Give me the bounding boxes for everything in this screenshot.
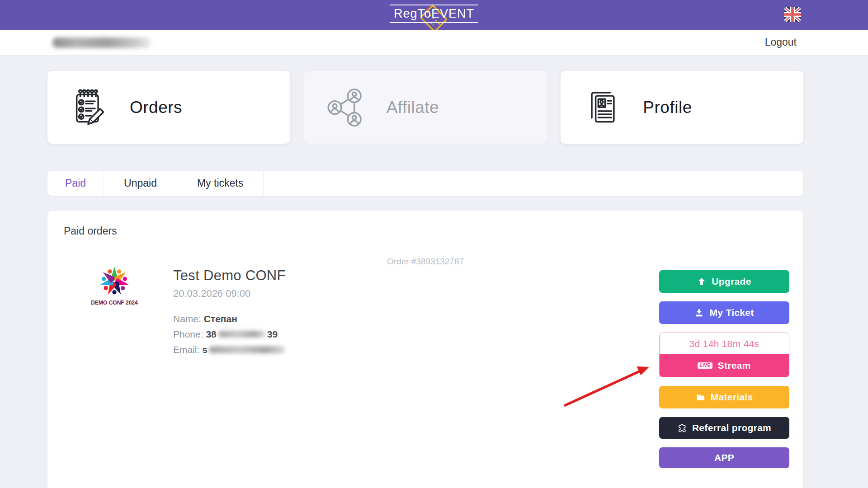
nav-card-orders[interactable]: Orders — [47, 71, 290, 144]
referral-label: Referral program — [692, 422, 771, 433]
event-logo-caption: DEMO CONF 2024 — [91, 300, 138, 306]
attendee-details: Name: Степан Phone: 3839 Email: s — [173, 311, 286, 357]
divider — [47, 251, 803, 251]
orders-tabs: Paid Unpaid My tickets — [47, 171, 803, 196]
materials-label: Materials — [711, 392, 753, 403]
live-badge-icon: LIVE — [698, 362, 712, 369]
nav-card-label: Profile — [643, 98, 692, 117]
paid-orders-panel: Paid orders Order #3893132787 DEMO CONF … — [47, 211, 803, 488]
event-info: Test Demo CONF 20.03.2026 09:00 Name: Ст… — [173, 267, 286, 357]
tab-my-tickets[interactable]: My tickets — [177, 171, 264, 196]
orders-checklist-icon — [68, 87, 110, 128]
upgrade-button[interactable]: Upgrade — [659, 270, 789, 293]
attendee-phone-row: Phone: 3839 — [173, 327, 286, 342]
event-datetime: 20.03.2026 09:00 — [173, 288, 286, 300]
nav-card-affiliate[interactable]: Affilate — [304, 71, 547, 144]
upgrade-label: Upgrade — [712, 276, 751, 287]
tab-paid[interactable]: Paid — [47, 171, 104, 196]
phone-redacted — [218, 331, 265, 338]
app-header: RegToEVENT — [0, 0, 868, 30]
email-redacted — [209, 346, 285, 353]
arrow-up-icon — [697, 277, 706, 286]
attendee-email-row: Email: s — [173, 342, 286, 357]
app-logo[interactable]: RegToEVENT — [390, 5, 478, 23]
app-label: APP — [714, 452, 734, 463]
puzzle-icon — [677, 423, 687, 433]
page: RegToEVENT Logout — [0, 0, 868, 488]
my-ticket-label: My Ticket — [709, 307, 754, 318]
email-value-start: s — [202, 344, 208, 355]
event-name: Test Demo CONF — [173, 267, 286, 284]
download-icon — [694, 308, 704, 318]
username-redacted — [52, 38, 151, 48]
phone-label: Phone: — [173, 329, 203, 339]
app-button[interactable]: APP — [659, 447, 789, 468]
language-uk-flag-icon[interactable] — [784, 7, 801, 22]
folder-icon — [696, 393, 705, 402]
stream-countdown: 3d 14h 18m 44s — [660, 333, 789, 354]
panel-title: Paid orders — [64, 225, 117, 237]
nav-cards: Orders Affilate — [47, 71, 803, 144]
attendee-name-row: Name: Степан — [173, 311, 286, 327]
phone-value-start: 38 — [206, 329, 216, 339]
phone-value-end: 39 — [267, 329, 278, 339]
stream-widget: 3d 14h 18m 44s LIVE Stream — [659, 333, 789, 377]
my-ticket-button[interactable]: My Ticket — [659, 301, 789, 324]
email-label: Email: — [173, 344, 199, 355]
stream-label: Stream — [718, 360, 751, 371]
order-actions: Upgrade My Ticket 3d 14h 18m 44s LIVE St… — [659, 270, 789, 468]
tab-unpaid[interactable]: Unpaid — [104, 171, 177, 196]
event-logo: DEMO CONF 2024 — [87, 264, 142, 309]
referral-program-button[interactable]: Referral program — [659, 417, 789, 439]
name-value: Степан — [204, 314, 237, 324]
logo-text: RegToEVENT — [390, 5, 478, 23]
order-number: Order #3893132787 — [47, 257, 803, 267]
profile-document-icon — [581, 87, 623, 128]
materials-button[interactable]: Materials — [659, 386, 789, 408]
logout-button[interactable]: Logout — [765, 36, 797, 48]
stream-button[interactable]: LIVE Stream — [660, 354, 789, 377]
nav-card-label: Affilate — [387, 98, 439, 117]
nav-card-label: Orders — [130, 98, 182, 117]
user-bar: Logout — [0, 30, 868, 56]
nav-card-profile[interactable]: Profile — [561, 71, 803, 144]
affiliate-network-icon — [325, 87, 367, 128]
name-label: Name: — [173, 314, 201, 324]
